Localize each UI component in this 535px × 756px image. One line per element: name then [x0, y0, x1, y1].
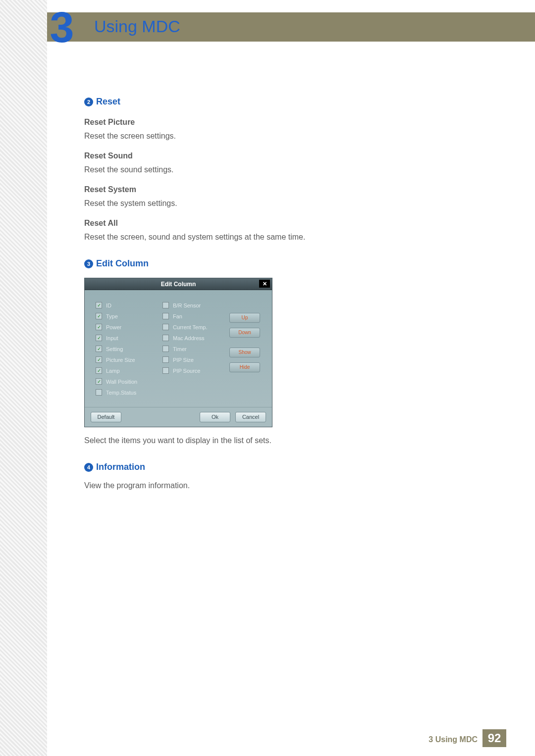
reset-all-heading: Reset All [84, 219, 461, 228]
bullet-4-icon: 4 [84, 463, 93, 472]
dialog-title: Edit Column [161, 281, 196, 288]
show-button[interactable]: Show [229, 348, 260, 357]
checkbox-label: Lamp [106, 368, 120, 374]
checkbox-icon [162, 346, 169, 352]
section-editcolumn-title: 3Edit Column [84, 258, 461, 269]
checkbox-label: Picture Size [106, 357, 135, 363]
information-body: View the program information. [84, 481, 461, 490]
checkbox-item[interactable]: ✓Picture Size [96, 356, 162, 363]
reset-system-heading: Reset System [84, 185, 461, 194]
checkbox-item[interactable]: ✓Lamp [96, 367, 162, 374]
bullet-2-icon: 2 [84, 98, 93, 106]
chapter-number: 3 [42, 7, 82, 47]
checkbox-item[interactable]: Mac Address [162, 335, 229, 341]
checkbox-item[interactable]: ✓Wall Position [96, 378, 162, 385]
edit-column-dialog: Edit Column ✕ ✓ID✓Type✓Power✓Input✓Setti… [84, 278, 272, 427]
checkbox-label: Temp.Status [106, 390, 136, 396]
checkbox-item[interactable]: ✓Type [96, 313, 162, 319]
checkbox-label: PIP Size [173, 357, 194, 363]
reset-sound-heading: Reset Sound [84, 151, 461, 160]
checkbox-icon [162, 356, 169, 363]
checkbox-item[interactable]: Current Temp. [162, 324, 229, 330]
edit-column-caption: Select the items you want to display in … [84, 436, 461, 445]
checkbox-icon: ✓ [96, 313, 102, 319]
cancel-button[interactable]: Cancel [235, 412, 266, 422]
checkbox-icon: ✓ [96, 378, 102, 385]
checkbox-label: Setting [106, 346, 123, 352]
checkbox-icon: ✓ [96, 324, 102, 330]
checkbox-item[interactable]: B/R Sensor [162, 302, 229, 308]
checkbox-label: PIP Source [173, 368, 200, 374]
content-area: 2Reset Reset Picture Reset the screen se… [84, 97, 461, 492]
footer-label: 3 Using MDC [428, 735, 478, 744]
checkbox-label: Input [106, 335, 118, 341]
default-button[interactable]: Default [91, 412, 121, 422]
section-editcolumn-label: Edit Column [96, 258, 149, 268]
checkbox-label: Current Temp. [173, 324, 208, 330]
checkbox-icon [162, 335, 169, 341]
section-reset-title: 2Reset [84, 97, 461, 107]
ok-button[interactable]: Ok [200, 412, 230, 422]
column-2: B/R SensorFanCurrent Temp.Mac AddressTim… [162, 302, 229, 400]
checkbox-label: Wall Position [106, 379, 137, 385]
checkbox-item[interactable]: ✓Input [96, 335, 162, 341]
dialog-body: ✓ID✓Type✓Power✓Input✓Setting✓Picture Siz… [85, 290, 272, 407]
checkbox-label: Type [106, 313, 118, 319]
checkbox-label: Fan [173, 313, 182, 319]
sidebar-pattern [0, 0, 47, 756]
checkbox-icon [162, 367, 169, 374]
checkbox-item[interactable]: PIP Source [162, 367, 229, 374]
section-reset-label: Reset [96, 97, 120, 106]
bullet-3-icon: 3 [84, 259, 93, 268]
checkbox-icon: ✓ [96, 346, 102, 352]
side-buttons: Up Down Show Hide [229, 302, 265, 400]
checkbox-label: Timer [173, 346, 187, 352]
checkbox-item[interactable]: PIP Size [162, 356, 229, 363]
column-1: ✓ID✓Type✓Power✓Input✓Setting✓Picture Siz… [96, 302, 162, 400]
page-number: 92 [482, 729, 506, 747]
checkbox-label: Mac Address [173, 335, 205, 341]
reset-sound-body: Reset the sound settings. [84, 165, 461, 174]
reset-picture-heading: Reset Picture [84, 118, 461, 127]
checkbox-item[interactable]: ✓ID [96, 302, 162, 308]
checkbox-item[interactable]: Temp.Status [96, 389, 162, 396]
reset-picture-body: Reset the screen settings. [84, 132, 461, 141]
reset-all-body: Reset the screen, sound and system setti… [84, 233, 461, 242]
checkbox-label: ID [106, 302, 111, 308]
checkbox-icon: ✓ [96, 302, 102, 308]
section-information-label: Information [96, 462, 145, 472]
checkbox-icon: ✓ [96, 335, 102, 341]
checkbox-item[interactable]: ✓Setting [96, 346, 162, 352]
checkbox-icon [162, 313, 169, 319]
checkbox-icon [162, 302, 169, 308]
page-footer: 3 Using MDC 92 [0, 729, 535, 747]
checkbox-item[interactable]: Timer [162, 346, 229, 352]
checkbox-icon [96, 389, 102, 396]
dialog-footer: Default Ok Cancel [85, 407, 272, 427]
checkbox-label: B/R Sensor [173, 302, 201, 308]
up-button[interactable]: Up [229, 313, 260, 323]
checkbox-icon [162, 324, 169, 330]
checkbox-icon: ✓ [96, 367, 102, 374]
chapter-title: Using MDC [94, 17, 180, 36]
reset-system-body: Reset the system settings. [84, 199, 461, 208]
checkbox-item[interactable]: ✓Power [96, 324, 162, 330]
checkbox-icon: ✓ [96, 356, 102, 363]
checkbox-label: Power [106, 324, 121, 330]
close-button[interactable]: ✕ [259, 280, 270, 288]
close-icon: ✕ [263, 281, 267, 287]
dialog-titlebar: Edit Column ✕ [85, 278, 272, 290]
hide-button[interactable]: Hide [229, 362, 260, 372]
down-button[interactable]: Down [229, 328, 260, 338]
section-information-title: 4Information [84, 462, 461, 472]
checkbox-item[interactable]: Fan [162, 313, 229, 319]
